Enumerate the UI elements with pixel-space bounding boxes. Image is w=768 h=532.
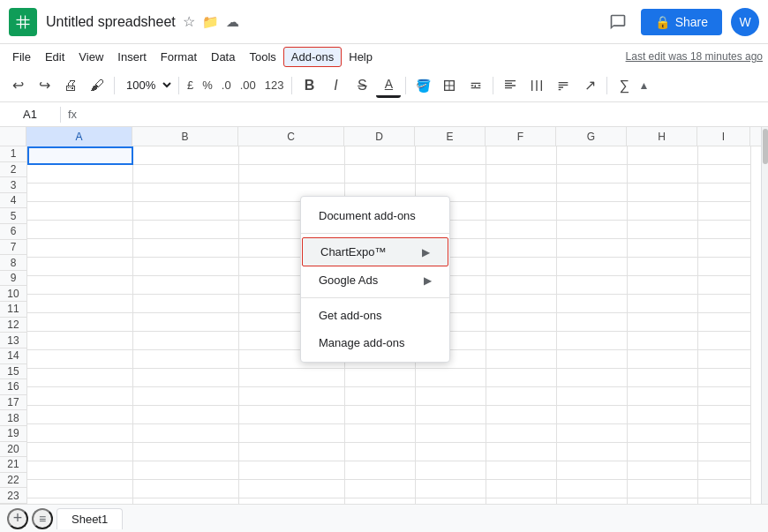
col-header-i[interactable]: I: [697, 127, 750, 146]
cell-i11[interactable]: [698, 332, 751, 350]
cell-b6[interactable]: [133, 239, 239, 258]
doc-title[interactable]: Untitled spreadsheet: [46, 14, 176, 30]
cell-b2[interactable]: [133, 165, 239, 184]
col-header-d[interactable]: D: [344, 127, 415, 146]
cell-g8[interactable]: [557, 276, 628, 295]
cell-h15[interactable]: [628, 406, 698, 424]
cell-b19[interactable]: [133, 480, 239, 498]
cell-i14[interactable]: [698, 387, 751, 406]
cell-i9[interactable]: [698, 295, 751, 313]
bold-button[interactable]: B: [297, 73, 321, 98]
cell-i5[interactable]: [698, 221, 751, 239]
cell-c18[interactable]: [239, 461, 345, 480]
row-header-11[interactable]: 11: [0, 302, 26, 318]
cell-g15[interactable]: [557, 406, 628, 424]
cell-b12[interactable]: [133, 350, 239, 369]
cell-c2[interactable]: [239, 165, 345, 184]
star-icon[interactable]: ☆: [183, 13, 195, 30]
sheet-options-button[interactable]: ≡: [32, 508, 53, 529]
get-addons-item[interactable]: Get add-ons: [301, 302, 449, 329]
cell-e14[interactable]: [416, 387, 486, 406]
cell-g12[interactable]: [557, 350, 628, 369]
row-header-12[interactable]: 12: [0, 318, 26, 333]
cell-b18[interactable]: [133, 461, 239, 480]
cell-f5[interactable]: [486, 221, 557, 239]
row-header-10[interactable]: 10: [0, 286, 26, 302]
cell-g7[interactable]: [557, 258, 628, 276]
row-header-3[interactable]: 3: [0, 177, 26, 193]
col-header-c[interactable]: C: [238, 127, 344, 146]
menu-help[interactable]: Help: [342, 48, 380, 66]
cell-h4[interactable]: [628, 202, 698, 221]
cell-b11[interactable]: [133, 332, 239, 350]
cell-a16[interactable]: [27, 424, 133, 443]
cell-g9[interactable]: [557, 295, 628, 313]
menu-tools[interactable]: Tools: [242, 48, 282, 66]
cell-h9[interactable]: [628, 295, 698, 313]
cell-h5[interactable]: [628, 221, 698, 239]
cell-b3[interactable]: [133, 184, 239, 202]
manage-addons-item[interactable]: Manage add-ons: [301, 329, 449, 356]
cell-f1[interactable]: [486, 146, 557, 165]
cell-c14[interactable]: [239, 387, 345, 406]
add-sheet-button[interactable]: +: [7, 508, 28, 529]
row-header-13[interactable]: 13: [0, 333, 26, 348]
cell-a13[interactable]: [27, 369, 133, 387]
cell-a17[interactable]: [27, 443, 133, 461]
cell-a18[interactable]: [27, 461, 133, 480]
zoom-select[interactable]: 100% 75% 50% 125% 150%: [119, 76, 174, 94]
cell-g14[interactable]: [557, 387, 628, 406]
cell-c15[interactable]: [239, 406, 345, 424]
cell-h2[interactable]: [628, 165, 698, 184]
cell-b5[interactable]: [133, 221, 239, 239]
google-ads-item[interactable]: Google Ads ▶: [301, 266, 449, 294]
cell-a11[interactable]: [27, 332, 133, 350]
menu-addons[interactable]: Add-ons: [283, 47, 342, 67]
cell-e13[interactable]: [416, 369, 486, 387]
cell-d2[interactable]: [345, 165, 416, 184]
cell-g1[interactable]: [557, 146, 628, 165]
cell-d14[interactable]: [345, 387, 416, 406]
cell-b8[interactable]: [133, 276, 239, 295]
cell-f6[interactable]: [486, 239, 557, 258]
cell-d13[interactable]: [345, 369, 416, 387]
row-header-15[interactable]: 15: [0, 364, 26, 380]
menu-data[interactable]: Data: [204, 48, 242, 66]
redo-button[interactable]: ↪: [32, 73, 56, 98]
cell-g3[interactable]: [557, 184, 628, 202]
cell-d15[interactable]: [345, 406, 416, 424]
cloud-icon[interactable]: ☁: [226, 14, 239, 30]
cell-h11[interactable]: [628, 332, 698, 350]
row-header-18[interactable]: 18: [0, 410, 26, 426]
cell-d1[interactable]: [345, 146, 416, 165]
cell-f9[interactable]: [486, 295, 557, 313]
cell-f12[interactable]: [486, 350, 557, 369]
cell-h10[interactable]: [628, 313, 698, 332]
decimal-decrease-button[interactable]: .0: [218, 77, 235, 94]
cell-d19[interactable]: [345, 480, 416, 498]
cell-g16[interactable]: [557, 424, 628, 443]
cell-h7[interactable]: [628, 258, 698, 276]
row-header-2[interactable]: 2: [0, 162, 26, 178]
menu-format[interactable]: Format: [154, 48, 204, 66]
row-header-9[interactable]: 9: [0, 271, 26, 287]
cell-c17[interactable]: [239, 443, 345, 461]
cell-i8[interactable]: [698, 276, 751, 295]
decimal-increase-button[interactable]: .00: [237, 77, 260, 94]
valign-button[interactable]: [524, 73, 549, 98]
cell-b16[interactable]: [133, 424, 239, 443]
row-header-23[interactable]: 23: [0, 488, 26, 504]
undo-button[interactable]: ↩: [5, 73, 30, 98]
cell-e1[interactable]: [416, 146, 486, 165]
paint-format-button[interactable]: 🖌: [85, 73, 109, 98]
right-scrollbar[interactable]: [761, 127, 768, 504]
cell-a14[interactable]: [27, 387, 133, 406]
cell-g11[interactable]: [557, 332, 628, 350]
cell-b13[interactable]: [133, 369, 239, 387]
cell-c16[interactable]: [239, 424, 345, 443]
cell-a10[interactable]: [27, 313, 133, 332]
cell-g6[interactable]: [557, 239, 628, 258]
cell-c1[interactable]: [239, 146, 345, 165]
cell-i13[interactable]: [698, 369, 751, 387]
italic-button[interactable]: I: [323, 73, 348, 98]
